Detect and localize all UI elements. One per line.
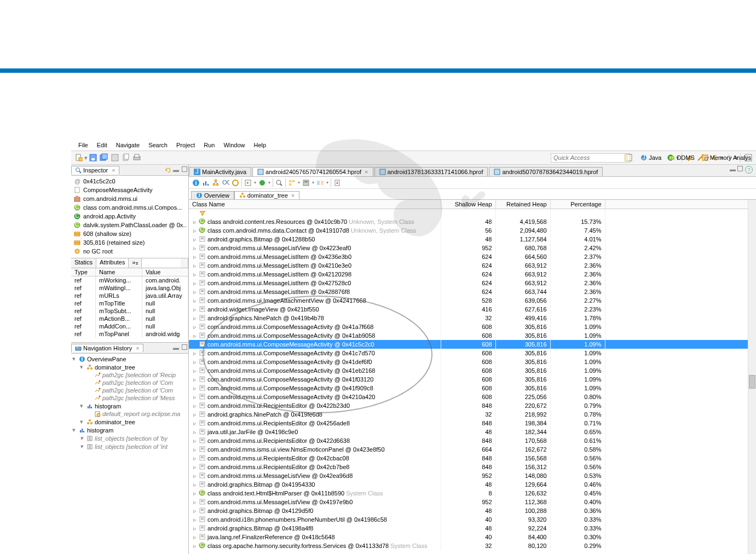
inner-tab[interactable]: iOverview (191, 191, 234, 199)
quick-access-input[interactable] (551, 153, 630, 163)
editor-tab[interactable]: android5070787​83642344019.hprof (489, 167, 603, 176)
group-icon[interactable] (288, 179, 296, 187)
info-icon[interactable]: i (192, 179, 200, 187)
menu-search[interactable]: Search (144, 141, 172, 149)
col-classname[interactable]: Class Name (189, 200, 441, 209)
close-icon[interactable]: × (134, 345, 139, 351)
save-icon[interactable] (89, 153, 97, 162)
inspector-row[interactable]: @0x41c5c2c0 (73, 177, 186, 186)
wrench-icon[interactable] (181, 258, 188, 268)
col-value[interactable]: Value (142, 268, 188, 276)
table-row[interactable]: ▹com.android.mms.ui.ComposeMessageActivi… (189, 366, 756, 375)
new-icon[interactable] (74, 153, 83, 162)
table-row[interactable]: ▹com.android.mms.ui.ImageAttachmentView … (189, 296, 756, 305)
menu-window[interactable]: Window (219, 141, 249, 149)
minimize-icon[interactable]: ▬ (173, 344, 181, 352)
table-row[interactable]: ▹android.graphics.NinePatch @ 0x419fe6d8… (189, 410, 756, 419)
attrs-row[interactable]: refmAddCon...null (71, 322, 188, 330)
col-retained[interactable]: Retained Heap (495, 200, 550, 209)
table-row[interactable]: ▹com.android.mms.ui.MessageListView @ 0x… (189, 498, 756, 506)
compare-icon[interactable] (316, 179, 324, 187)
calc-icon[interactable] (302, 179, 310, 187)
histogram-icon[interactable] (202, 179, 210, 187)
table-row[interactable]: ▹com.android.mms.ui.MessageListItem @ 0x… (189, 261, 756, 270)
inspector-row[interactable]: no GC root (73, 247, 186, 256)
nav-item[interactable]: ▾list_objects [selection of 'by (72, 434, 187, 442)
inspector-row[interactable]: Cclass com.android.mms.ui.Compos... (73, 203, 186, 212)
table-row[interactable]: ▹Cclass android.content.res.Resources @ … (189, 217, 756, 226)
attrs-row[interactable]: refmTopTitlenull (71, 299, 188, 307)
menu-help[interactable]: Help (250, 141, 271, 149)
table-row[interactable]: ▹Cclass com.android.mms.data.Contact @ 0… (189, 226, 756, 235)
table-row[interactable]: ▹com.android.mms.ui.MessageListItem @ 0x… (189, 279, 756, 287)
table-row[interactable]: ▹android.graphics.Bitmap @ 0x4198a4f8489… (189, 524, 756, 533)
nav-item[interactable]: path2gc [selection of 'Recip (72, 371, 187, 379)
table-row[interactable]: ▹com.android.i18n.phonenumbers.PhoneNumb… (189, 515, 756, 524)
close-icon[interactable]: × (363, 169, 368, 175)
sync-icon[interactable] (164, 166, 172, 174)
run-report-icon[interactable] (244, 179, 252, 187)
inspector-row[interactable]: Cdalvik.system.PathClassLoader @ 0x... (73, 221, 186, 229)
table-row[interactable]: ▹android.graphics.NinePatch @ 0x419b4b78… (189, 314, 756, 322)
dominator-icon[interactable] (212, 179, 220, 187)
table-row[interactable]: ▹com.android.mms.ui.MessageListItem @ 0x… (189, 287, 756, 296)
attrs-row[interactable]: refmTopPanelandroid.widg (71, 330, 188, 338)
query-icon[interactable] (258, 179, 266, 187)
table-row[interactable]: ▹com.android.mms.ui.ComposeMessageActivi… (189, 349, 756, 357)
table-row[interactable]: ▹com.android.mms.ui.ComposeMessageActivi… (189, 384, 756, 393)
menu-edit[interactable]: Edit (93, 141, 112, 149)
table-row[interactable]: ▹com.android.mms.ui.MessageListItem @ 0x… (189, 252, 756, 261)
col-type[interactable]: Type (71, 268, 96, 276)
editor-tab[interactable]: JMainActivity.java (189, 167, 251, 176)
nav-item[interactable]: ▾iOverviewPane (72, 355, 187, 363)
nav-item[interactable]: ▾dominator_tree (72, 418, 187, 426)
menu-file[interactable]: File (74, 141, 93, 149)
oql-icon[interactable]: OQL (222, 179, 229, 187)
table-row[interactable]: ▹com.android.mms.ui.ComposeMessageActivi… (189, 357, 756, 366)
disk-icon[interactable] (111, 153, 119, 162)
menu-navigate[interactable]: Navigate (112, 141, 144, 149)
col-percentage[interactable]: Percentage (550, 200, 605, 209)
attrs-row[interactable]: refmURLsjava.util.Array (71, 292, 188, 299)
table-row[interactable]: ▹com.android.mms.isms.ui.view.NmsEmotico… (189, 445, 756, 454)
nav-item[interactable]: path2gc [selection of 'Com (72, 379, 187, 386)
perspective-ddms[interactable]: DDMS (665, 153, 697, 163)
nav-item[interactable]: default_report org.eclipse.ma (72, 410, 187, 418)
nav-history-tab[interactable]: Navigation History × (71, 344, 143, 352)
editor-tab[interactable]: android1378136333171​41066.hprof (374, 167, 488, 176)
table-row[interactable]: ▹java.util.jar.JarFile @ 0x4198c9e048182… (189, 428, 756, 436)
table-row[interactable]: ▹com.android.mms.ui.RecipientsEditor @ 0… (189, 463, 756, 471)
nav-item[interactable]: path2gc [selection of 'Mess (72, 394, 187, 402)
table-row[interactable]: ▹com.android.mms.ui.MessageListItem @ 0x… (189, 270, 756, 279)
inspector-row[interactable]: 305,816 (retained size) (73, 238, 186, 247)
minimize-icon[interactable]: ▬ (173, 166, 181, 174)
search-icon[interactable] (275, 179, 283, 187)
help-icon[interactable]: ? (745, 166, 753, 174)
perspective-java[interactable]: JJava (637, 153, 664, 163)
menu-run[interactable]: Run (199, 141, 219, 149)
maximize-icon[interactable] (182, 344, 187, 350)
nav-item[interactable]: path2gc [selection of 'Com (72, 386, 187, 394)
col-shallow[interactable]: Shallow Heap (441, 200, 495, 209)
attrs-tab[interactable]: Attributes (96, 258, 129, 268)
table-row[interactable]: ▹com.android.mms.ui.ComposeMessageActivi… (189, 340, 756, 349)
table-row[interactable]: ▹com.android.mms.ui.MessageListView @ 0x… (189, 244, 756, 252)
nav-item[interactable]: ▾histogram (72, 426, 187, 434)
nav-item[interactable]: ▾histogram (72, 402, 187, 410)
attrs-row[interactable]: refmWaitingI...java.lang.Obj (71, 284, 188, 292)
nav-item[interactable]: ▾list_objects [selection of 'int (72, 442, 187, 451)
table-row[interactable]: ▹com.android.mms.ui.RecipientsEditor @ 0… (189, 419, 756, 428)
table-row[interactable]: ▹android.graphics.Bitmap @ 0x41288b50481… (189, 235, 756, 244)
print-icon[interactable] (132, 153, 141, 162)
table-row[interactable]: ▹com.android.mms.ui.RecipientsEditor @ 0… (189, 454, 756, 463)
table-row[interactable]: ▹com.android.mms.ui.RecipientsEditor @ 0… (189, 401, 756, 410)
table-row[interactable]: ▹android.graphics.Bitmap @ 0x4129d5f0481… (189, 506, 756, 515)
attrs-row[interactable]: refmActionB...null (71, 315, 188, 322)
thread-icon[interactable] (232, 179, 239, 187)
table-row[interactable]: ▹com.android.mms.ui.RecipientsEditor @ 0… (189, 436, 756, 445)
nav-item[interactable]: ▾default_report org.eclipse.mat.ap (72, 451, 187, 452)
close-icon[interactable]: × (290, 192, 295, 199)
minimize-icon[interactable]: ▬ (730, 166, 736, 172)
attrs-tab[interactable]: Statics (71, 258, 96, 268)
inspector-row[interactable]: ComposeMessageActivity (73, 186, 186, 194)
